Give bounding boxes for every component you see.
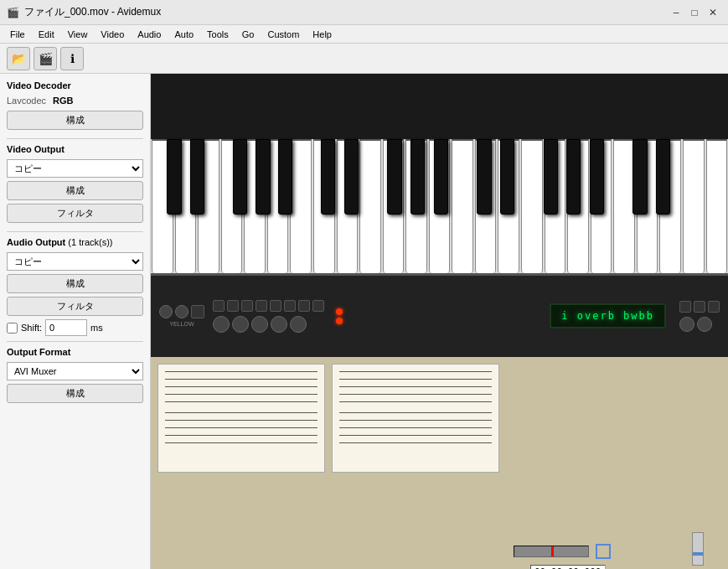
window-title: ファイル_000.mov - Avidemux xyxy=(24,5,161,19)
menu-edit[interactable]: Edit xyxy=(32,28,61,41)
menu-video[interactable]: Video xyxy=(94,28,131,41)
lavcodec-label: Lavcodec xyxy=(7,96,46,106)
level-meter-area xyxy=(514,544,611,559)
output-config-button[interactable]: 構成 xyxy=(7,384,143,403)
video-image: YELLOW xyxy=(151,74,728,569)
info-icon: ℹ xyxy=(70,52,75,65)
lcd-display: i overb bwbb xyxy=(550,303,666,328)
menu-tools[interactable]: Tools xyxy=(200,28,235,41)
video-decoder-title: Video Decoder xyxy=(7,80,143,91)
audio-filter-button[interactable]: フィルタ xyxy=(7,297,143,316)
menu-audio[interactable]: Audio xyxy=(131,28,168,41)
shift-checkbox[interactable] xyxy=(7,323,18,334)
audio-config-button[interactable]: 構成 xyxy=(7,274,143,293)
output-format-select[interactable]: AVI Muxer xyxy=(7,362,143,380)
info-button[interactable]: ℹ xyxy=(60,47,84,70)
synth-panel: YELLOW xyxy=(151,273,728,357)
synth-controls-mid xyxy=(213,300,324,333)
video-filter-button[interactable]: フィルタ xyxy=(7,204,143,223)
sheet-page-2 xyxy=(332,364,499,473)
level-meter xyxy=(514,546,589,557)
open-button[interactable]: 📂 xyxy=(7,47,30,70)
video-frame: YELLOW xyxy=(151,74,728,569)
maximize-button[interactable]: □ xyxy=(686,4,703,21)
volume-slider[interactable] xyxy=(692,532,704,566)
shift-spinner[interactable] xyxy=(45,319,87,336)
menu-bar: File Edit View Video Audio Auto Tools Go… xyxy=(0,25,728,44)
video-output-select[interactable]: コピー xyxy=(7,159,143,178)
ab-markers-panel: A : 00:00:00.000 B : 00:00:09.873 Play f… xyxy=(514,544,611,569)
menu-custom[interactable]: Custom xyxy=(261,28,306,41)
output-format-select-row: AVI Muxer xyxy=(7,362,143,380)
a-marker-row: A : 00:00:00.000 xyxy=(514,565,611,569)
title-bar-controls: – □ ✕ xyxy=(668,4,721,21)
video-output-title: Video Output xyxy=(7,144,143,154)
preview-icon[interactable] xyxy=(596,544,611,559)
a-timecode: 00:00:00.000 xyxy=(530,565,606,569)
lavcodec-row: Lavcodec RGB xyxy=(7,96,143,106)
menu-go[interactable]: Go xyxy=(235,28,261,41)
synth-controls-right xyxy=(679,301,720,332)
app-icon: 🎬 xyxy=(7,7,19,18)
video-output-config-button[interactable]: 構成 xyxy=(7,181,143,200)
title-bar: 🎬 ファイル_000.mov - Avidemux – □ ✕ xyxy=(0,0,728,25)
output-format-title: Output Format xyxy=(7,347,143,357)
led-section xyxy=(336,308,343,324)
video-decoder-config-button[interactable]: 構成 xyxy=(7,111,143,130)
main-container: Video Decoder Lavcodec RGB 構成 Video Outp… xyxy=(0,74,728,569)
synth-controls-left: YELLOW xyxy=(159,305,204,327)
menu-auto[interactable]: Auto xyxy=(168,28,200,41)
shift-unit: ms xyxy=(90,323,103,333)
minimize-button[interactable]: – xyxy=(668,4,684,21)
sheet-music-area xyxy=(151,357,728,570)
audio-output-select-row: コピー xyxy=(7,252,143,271)
video-output-select-row: コピー xyxy=(7,159,143,178)
divider-1 xyxy=(7,138,143,139)
piano-top-area xyxy=(151,74,728,273)
left-panel: Video Decoder Lavcodec RGB 構成 Video Outp… xyxy=(0,74,151,569)
toolbar: 📂 🎬 ℹ xyxy=(0,44,728,74)
white-keys-container xyxy=(151,139,728,273)
shift-label: Shift: xyxy=(21,323,42,333)
open-icon: 📂 xyxy=(12,52,26,65)
menu-file[interactable]: File xyxy=(3,28,32,41)
recent-button[interactable]: 🎬 xyxy=(34,47,57,70)
shift-row: Shift: ms xyxy=(7,319,143,336)
title-bar-left: 🎬 ファイル_000.mov - Avidemux xyxy=(7,5,161,19)
audio-output-title: Audio Output (1 track(s)) xyxy=(7,237,143,247)
menu-view[interactable]: View xyxy=(61,28,95,41)
film-icon: 🎬 xyxy=(39,52,53,65)
menu-help[interactable]: Help xyxy=(306,28,338,41)
preview-area xyxy=(670,532,725,569)
rgb-label: RGB xyxy=(53,96,73,106)
audio-output-select[interactable]: コピー xyxy=(7,252,143,271)
video-panel: YELLOW xyxy=(151,74,728,569)
divider-2 xyxy=(7,231,143,232)
close-button[interactable]: ✕ xyxy=(705,4,721,21)
sheet-page-1 xyxy=(157,364,325,473)
divider-3 xyxy=(7,341,143,342)
